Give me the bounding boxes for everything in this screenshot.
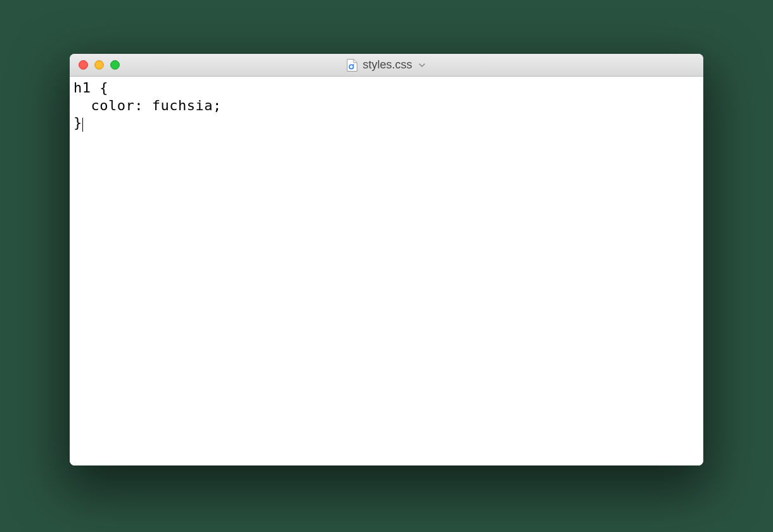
close-button[interactable] [79, 60, 88, 70]
editor-area[interactable]: h1 { color: fuchsia; } [70, 77, 703, 466]
text-cursor [82, 118, 84, 132]
maximize-button[interactable] [110, 60, 120, 70]
window-title: styles.css [362, 58, 412, 72]
minimize-button[interactable] [94, 60, 104, 70]
traffic-lights [70, 60, 120, 70]
titlebar[interactable]: styles.css [70, 54, 703, 77]
editor-window: styles.css h1 { color: fuchsia; } [70, 54, 703, 466]
code-content[interactable]: h1 { color: fuchsia; } [73, 79, 700, 132]
css-file-icon [347, 59, 357, 72]
code-text: h1 { color: fuchsia; } [73, 80, 222, 130]
title-dropdown-chevron-icon[interactable] [418, 61, 426, 70]
title-center: styles.css [70, 58, 703, 72]
